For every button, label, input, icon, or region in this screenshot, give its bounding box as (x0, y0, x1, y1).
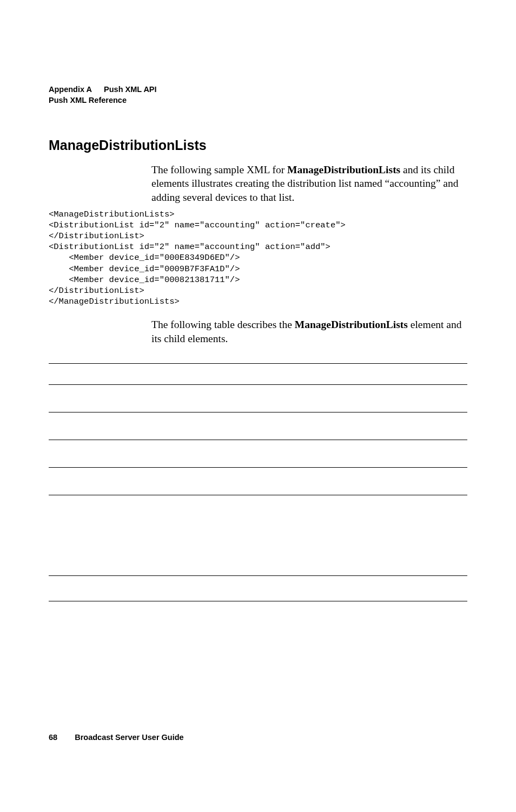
element-description-table (49, 363, 467, 601)
running-header: Appendix A Push XML API Push XML Referen… (49, 84, 467, 106)
appendix-label: Appendix A (49, 85, 92, 94)
table-row (49, 495, 467, 575)
table-row (49, 440, 467, 467)
followup-pre: The following table describes the (151, 319, 295, 330)
followup-bold: ManageDistributionLists (295, 319, 408, 330)
table-row (49, 384, 467, 412)
section-title: ManageDistributionLists (49, 137, 467, 153)
table-row (49, 467, 467, 495)
page-footer: 68 Broadcast Server User Guide (49, 733, 184, 742)
table-row (49, 363, 467, 384)
intro-bold: ManageDistributionLists (287, 164, 400, 175)
intro-paragraph: The following sample XML for ManageDistr… (49, 163, 467, 205)
appendix-title: Push XML API (104, 85, 157, 94)
xml-code-block: <ManageDistributionLists> <DistributionL… (49, 209, 467, 307)
page-number: 68 (49, 733, 57, 742)
intro-pre: The following sample XML for (151, 164, 287, 175)
table-row (49, 575, 467, 601)
footer-title: Broadcast Server User Guide (75, 733, 183, 742)
followup-paragraph: The following table describes the Manage… (49, 318, 467, 345)
header-subtitle: Push XML Reference (49, 95, 467, 106)
table-row (49, 412, 467, 440)
